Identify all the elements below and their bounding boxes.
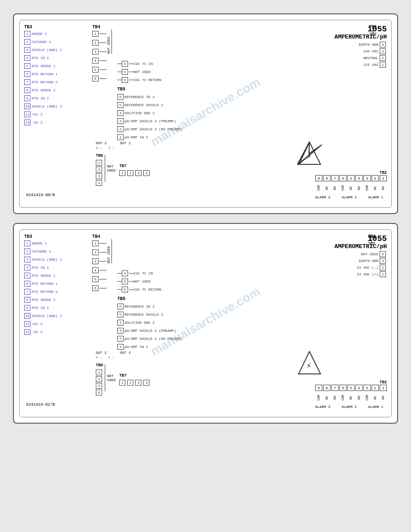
minus-1: -	[100, 146, 102, 150]
ground-symbol-1	[359, 30, 387, 41]
part-number-1: 9241419-00/B	[26, 193, 55, 197]
tb1-label-2: TB1	[357, 234, 387, 239]
tb7-nums-2: 1 2 3 4	[119, 380, 150, 386]
tb4-row: 6	[92, 74, 107, 82]
lightning-icon-2: ⚡	[297, 351, 322, 375]
polarity-labels-1: + - + -	[96, 146, 150, 150]
tb5-section-2: TB5 6REFERENCE IN 25REFERENCE SHIELD 24S…	[117, 294, 216, 351]
tb4-row: 4	[92, 56, 107, 64]
tb4-row: 2	[92, 39, 107, 47]
svg-text:⚡: ⚡	[306, 361, 312, 371]
ground-icon-2	[367, 239, 376, 248]
tb4-row: 5	[92, 65, 107, 73]
tb4-not-used-label: NOT USED	[107, 30, 112, 54]
tb1-rows-detail-2: NOT USED4EARTH GND324 VDC (-)224 VDC (+)…	[357, 251, 387, 277]
tb4-row: 4	[92, 266, 107, 274]
tb4-connections-1: 422k TC IN5NOT USED622k TC RETURN TB5 6R…	[117, 25, 216, 141]
tb2-num-cell: 2	[372, 385, 379, 391]
tb2-content-2: 987654321COMNCNOCOMNCNOCOMNCNOALARM 3ALA…	[315, 385, 387, 409]
tb4-conn-row: 622k TC RETURN	[117, 285, 216, 293]
tb6-row: 1	[96, 369, 102, 375]
tb4-row: 6	[92, 284, 107, 292]
svg-text:⚡: ⚡	[306, 151, 312, 162]
tb7-2-1: 2	[127, 170, 133, 176]
minus2-2: -	[112, 356, 114, 360]
out2-label-1: OUT 2	[96, 141, 107, 145]
tb6-tb7-row-1: TB6 1234 NOTUSED TB7 1 2 3 4	[96, 151, 150, 186]
tb3-row: 6RTD RETURN 1	[24, 70, 90, 78]
tb2-num-cell: 4	[355, 175, 363, 181]
tb5-row: 3pH/ORP SHIELD 2 (PREAMP)	[117, 326, 216, 335]
tb4-row: 3	[92, 257, 107, 265]
alarm-labels-row: ALARM 3ALARM 2ALARM 1	[315, 405, 383, 409]
tb6-row: 3	[96, 383, 102, 389]
tb3-row: 5RTD SENSE 1	[24, 62, 90, 70]
tb2-labels-row: COMNCNOCOMNCNOCOMNCNO	[315, 391, 387, 404]
tb2-label-cell: NO	[377, 394, 390, 401]
polarity-labels-2: + - + -	[96, 356, 150, 360]
plus-2: +	[96, 356, 98, 360]
tb7-3-1: 3	[135, 170, 141, 176]
tb4-row: 1	[92, 239, 107, 247]
alarm-label: ALARM 1	[368, 405, 383, 409]
minus2-1: -	[112, 146, 114, 150]
tb6-label-2: TB6	[96, 363, 103, 368]
alarm-label: ALARM 1	[368, 195, 383, 199]
tb1-row: 230 VAC3	[359, 48, 387, 54]
out-labels-2: OUT 2 OUT 1	[96, 351, 150, 355]
tb3-row: 2CATHODE 1	[24, 247, 90, 255]
tb3-row: 4RTD IN 1	[24, 54, 90, 62]
tb1-section-1: TB1 EARTH GND4230 VAC3NEUTRAL2115 VAC1	[359, 25, 387, 69]
tb3-row: 1ANODE 1	[24, 239, 90, 247]
tb5-row: 5REFERENCE SHIELD 2	[117, 310, 216, 318]
tb6-row: 1	[96, 160, 102, 166]
tb6-rows-2: 1234	[96, 369, 103, 395]
tb4-row: 2	[92, 248, 107, 256]
tb3-row: 2CATHODE 1	[24, 38, 90, 46]
tb3-label-2: TB3	[24, 234, 90, 239]
tb3-row: 9RTD IN 2	[24, 94, 90, 102]
tb4-label-1: TB4	[92, 25, 116, 30]
tb3-rows-2: 1ANODE 12CATHODE 13SHIELD (GND) 14RTD IN…	[24, 239, 90, 336]
tb4-rows-1: 123456NOT USED	[92, 30, 116, 82]
diagram-box-1: manualsarchive.com 1055 AMPEROMETRIC/pH …	[13, 13, 398, 214]
tb1-row: 115 VAC1	[359, 62, 387, 68]
tb5-row: 6REFERENCE IN 2	[117, 302, 216, 310]
tb6-row: 4	[96, 390, 102, 395]
tb1-rows-detail-1: EARTH GND4230 VAC3NEUTRAL2115 VAC1	[359, 42, 387, 68]
tb2-num-cell: 6	[339, 175, 347, 181]
tb5-rows-1: 6REFERENCE IN 25REFERENCE SHIELD 24SOLUT…	[117, 93, 216, 141]
plus-1: +	[96, 146, 98, 150]
tb3-row: 11+5V 2	[24, 110, 90, 118]
tb3-row: 7RTD RETURN 2	[24, 287, 90, 296]
tb7-label-2: TB7	[119, 373, 126, 378]
tb2-label-2: TB2	[315, 380, 387, 385]
tb4-row: 1	[92, 30, 107, 38]
tb6-row: 4	[96, 180, 102, 186]
tb2-num-cell: 6	[339, 385, 347, 391]
plus2-2: +	[108, 356, 111, 360]
tb2-num-cell: 1	[380, 385, 387, 391]
lightning-icon-1: ⚡	[297, 141, 322, 166]
tb4-conn-row: 622k TC RETURN	[117, 76, 216, 84]
tb7-4-1: 4	[143, 170, 150, 176]
tb1-row: NOT USED4	[357, 251, 387, 257]
out-labels-1: OUT 2 OUT 1	[96, 141, 150, 145]
lightning-1: ⚡	[297, 141, 322, 168]
tb3-rows-1: 1ANODE 12CATHODE 13SHIELD (GND) 14RTD IN…	[24, 30, 90, 126]
tb4-connections-2: 422k TC IN5NOT USED622k TC RETURN TB5 6R…	[117, 234, 216, 351]
tb2-num-cell: 2	[372, 175, 379, 181]
tb5-row: 1pH/ORP IN 2	[117, 133, 216, 141]
tb1-label-1: TB1	[359, 25, 387, 30]
tb2-content-1: 987654321COMNCNOCOMNCNOCOMNCNOALARM 3ALA…	[315, 175, 387, 199]
tb2-section-1: TB2 987654321COMNCNOCOMNCNOCOMNCNOALARM …	[315, 171, 387, 199]
tb3-row: 3SHIELD (GND) 1	[24, 255, 90, 263]
tb3-row: 10SHIELD (GND) 2	[24, 312, 90, 320]
tb4-rows-2: 123456NOT USED	[92, 239, 116, 292]
alarm-label: ALARM 3	[315, 195, 330, 199]
tb2-num-cell: 5	[347, 385, 355, 391]
tb5-row: 4SOLUTION GND 2	[117, 109, 216, 117]
minus-2a: -	[100, 356, 102, 360]
tb2-label-cell: NO	[377, 184, 390, 192]
tb5-label-1: TB5	[117, 87, 125, 92]
